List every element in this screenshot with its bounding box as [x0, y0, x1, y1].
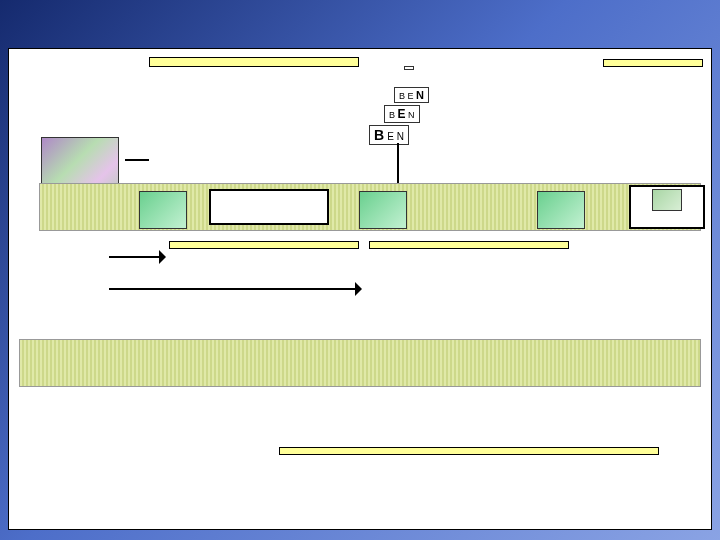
arrow-weighting [109, 256, 163, 258]
arrow-weighting-head [159, 250, 173, 264]
sim-ben-3: B E N [384, 105, 420, 123]
arrow-calibration-head [355, 282, 369, 296]
stakeholder-groups-box [209, 189, 329, 225]
step-1-box [603, 59, 703, 67]
sim-ben-2: B E N [394, 87, 429, 103]
sim-ben-avg [404, 66, 414, 70]
step-2-box [279, 447, 659, 455]
group-engr [359, 191, 407, 229]
schematic-panel: B E N B E N B E N [8, 48, 712, 530]
step-3-box [369, 241, 569, 249]
arrow-calibration [109, 288, 359, 290]
conn-map [125, 159, 149, 161]
group-natural [537, 191, 585, 229]
group-excluded [629, 185, 705, 229]
conn-sim [397, 143, 399, 183]
group-built [139, 191, 187, 229]
step-4-box [169, 241, 359, 249]
sim-ben-4: B E N [369, 125, 409, 145]
criteria-band [19, 339, 701, 387]
step-5-box [149, 57, 359, 67]
